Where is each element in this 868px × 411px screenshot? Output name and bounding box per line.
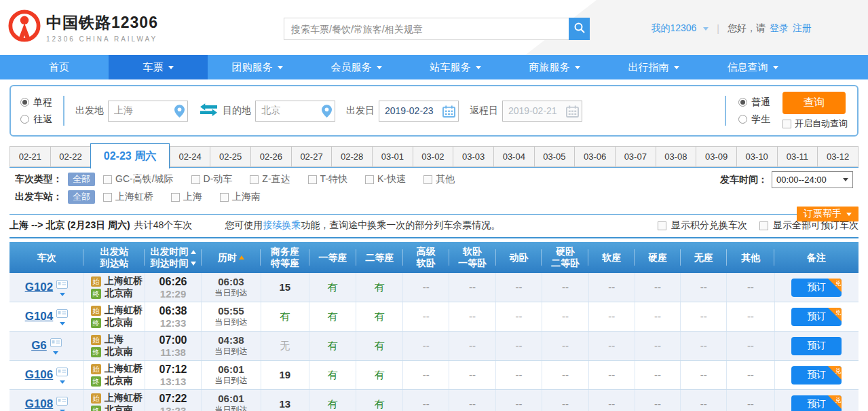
transfer-link[interactable]: 接续换乘 <box>263 219 301 230</box>
date-tab-02-27[interactable]: 02-27 <box>291 146 332 167</box>
checkbox-icon <box>782 120 791 128</box>
id-card-icon[interactable] <box>56 396 68 408</box>
train-cell: G104 <box>10 302 83 332</box>
login-link[interactable]: 登录 <box>770 22 789 35</box>
seat-availability: -- <box>608 310 615 322</box>
book-button[interactable]: 预订兑 <box>791 308 842 326</box>
nav-item-车票[interactable]: 车票 <box>109 55 208 79</box>
times-cell: 07:2213:23 <box>145 390 201 411</box>
book-button[interactable]: 预订兑 <box>791 279 842 297</box>
station-check-上海虹桥[interactable]: 上海虹桥 <box>103 191 153 203</box>
nav-item-信息查询[interactable]: 信息查询 <box>703 55 802 79</box>
id-card-icon[interactable] <box>50 338 62 350</box>
chevron-down-icon[interactable] <box>53 351 58 355</box>
date-tab-03-05[interactable]: 03-05 <box>534 146 575 167</box>
chevron-down-icon[interactable] <box>60 322 65 325</box>
to-station-line: 终北京南 <box>86 404 143 411</box>
train-code-link[interactable]: G6 <box>31 339 47 353</box>
date-tab-02-25[interactable]: 02-25 <box>210 146 250 167</box>
seat-cell: -- <box>542 273 588 302</box>
train-type-all-badge[interactable]: 全部 <box>68 173 95 186</box>
date-tab-03-12[interactable]: 03-12 <box>817 146 858 167</box>
date-tab-02-23 周六[interactable]: 02-23 周六 <box>90 143 169 168</box>
train-code-link[interactable]: G108 <box>25 397 54 411</box>
column-header-text: 二等座 <box>365 252 394 264</box>
train-type-check-D-动车[interactable]: D-动车 <box>191 173 233 185</box>
register-link[interactable]: 注册 <box>793 22 812 35</box>
book-button[interactable]: 预订 <box>791 337 842 355</box>
column-header-历时[interactable]: 历时 <box>202 242 261 273</box>
radio-round-trip[interactable]: 往返 <box>20 113 52 126</box>
id-card-icon[interactable] <box>56 367 68 379</box>
date-tab-03-11[interactable]: 03-11 <box>777 146 818 167</box>
book-button[interactable]: 预订兑 <box>791 366 842 385</box>
station-check-上海[interactable]: 上海 <box>171 191 202 203</box>
location-pin-icon <box>322 105 332 120</box>
swap-stations-button[interactable] <box>199 102 219 120</box>
id-card-icon[interactable] <box>56 279 68 291</box>
nav-item-商旅服务[interactable]: 商旅服务 <box>505 55 604 79</box>
train-code-link[interactable]: G102 <box>25 281 54 294</box>
depart-time-select[interactable]: 00:00--24:00 <box>772 171 853 188</box>
date-tab-02-22[interactable]: 02-22 <box>50 146 91 167</box>
date-tab-03-01[interactable]: 03-01 <box>372 146 413 167</box>
search-input[interactable] <box>284 18 569 40</box>
train-type-check-GC-高铁/城际[interactable]: GC-高铁/城际 <box>103 173 174 185</box>
arrival-day: 当日到达 <box>203 404 259 411</box>
seat-availability: -- <box>469 281 476 293</box>
train-type-checks: GC-高铁/城际D-动车Z-直达T-特快K-快速其他 <box>103 173 472 185</box>
date-tab-03-10[interactable]: 03-10 <box>736 146 777 167</box>
column-header-line: 历时 <box>202 252 261 264</box>
nav-item-出行指南[interactable]: 出行指南 <box>604 55 703 79</box>
logo[interactable]: 中国铁路12306 12306 CHINA RAILWAY <box>8 10 158 45</box>
times-cell: 06:2612:29 <box>145 273 201 302</box>
checkbox-icon <box>365 175 374 184</box>
nav-item-首页[interactable]: 首页 <box>10 55 109 79</box>
search-button[interactable] <box>569 18 590 40</box>
filter-option-label: K-快速 <box>377 173 406 185</box>
seat-availability: -- <box>516 281 523 293</box>
radio-one-way[interactable]: 单程 <box>20 96 52 109</box>
train-code-link[interactable]: G106 <box>25 368 54 382</box>
nav-item-会员服务[interactable]: 会员服务 <box>307 55 406 79</box>
date-tab-03-06[interactable]: 03-06 <box>574 146 615 167</box>
chevron-down-icon[interactable] <box>60 380 65 384</box>
train-type-check-K-快速[interactable]: K-快速 <box>365 173 406 185</box>
booking-helper-button[interactable]: 订票帮手 <box>797 207 858 221</box>
train-code-link[interactable]: G104 <box>25 310 54 323</box>
date-tab-02-28[interactable]: 02-28 <box>331 146 372 167</box>
column-header-line: 出发站 <box>83 246 145 257</box>
date-tab-03-02[interactable]: 03-02 <box>413 146 453 167</box>
station-check-上海南[interactable]: 上海南 <box>220 191 261 203</box>
duration-cell: 06:03当日到达 <box>202 273 261 302</box>
my-12306-link[interactable]: 我的12306 <box>651 22 696 35</box>
train-type-check-T-特快[interactable]: T-特快 <box>308 173 347 185</box>
date-tab-03-04[interactable]: 03-04 <box>493 146 534 167</box>
arrival-day: 当日到达 <box>203 317 259 328</box>
query-button[interactable]: 查询 <box>782 92 846 114</box>
date-tab-03-08[interactable]: 03-08 <box>656 146 696 167</box>
nav-item-站车服务[interactable]: 站车服务 <box>406 55 505 79</box>
column-header-出发时间到达时间[interactable]: 出发时间到达时间 <box>145 242 201 273</box>
station-all-badge[interactable]: 全部 <box>68 190 95 204</box>
radio-student-passenger[interactable]: 学生 <box>738 113 770 126</box>
date-tab-02-26[interactable]: 02-26 <box>250 146 291 167</box>
book-button[interactable]: 预订兑 <box>791 395 842 411</box>
date-tab-02-21[interactable]: 02-21 <box>10 146 50 167</box>
seat-availability: 有 <box>328 310 338 322</box>
train-type-check-其他[interactable]: 其他 <box>423 173 455 185</box>
column-header-line: 商务座 <box>261 246 309 257</box>
nav-item-团购服务[interactable]: 团购服务 <box>208 55 307 79</box>
radio-normal-passenger[interactable]: 普通 <box>738 96 770 109</box>
date-tab-03-09[interactable]: 03-09 <box>696 146 736 167</box>
train-type-check-Z-直达[interactable]: Z-直达 <box>250 173 290 185</box>
chevron-down-icon <box>377 66 382 69</box>
chevron-down-icon[interactable] <box>60 293 65 296</box>
date-tab-03-03[interactable]: 03-03 <box>453 146 493 167</box>
date-tab-03-07[interactable]: 03-07 <box>615 146 656 167</box>
toggle-points-trains[interactable]: 显示积分兑换车次 <box>658 219 747 232</box>
auto-query-checkbox[interactable]: 开启自动查询 <box>782 118 848 130</box>
date-tab-02-24[interactable]: 02-24 <box>170 146 210 167</box>
id-card-icon[interactable] <box>56 308 68 321</box>
from-station-line: 始上海虹桥 <box>86 392 143 404</box>
